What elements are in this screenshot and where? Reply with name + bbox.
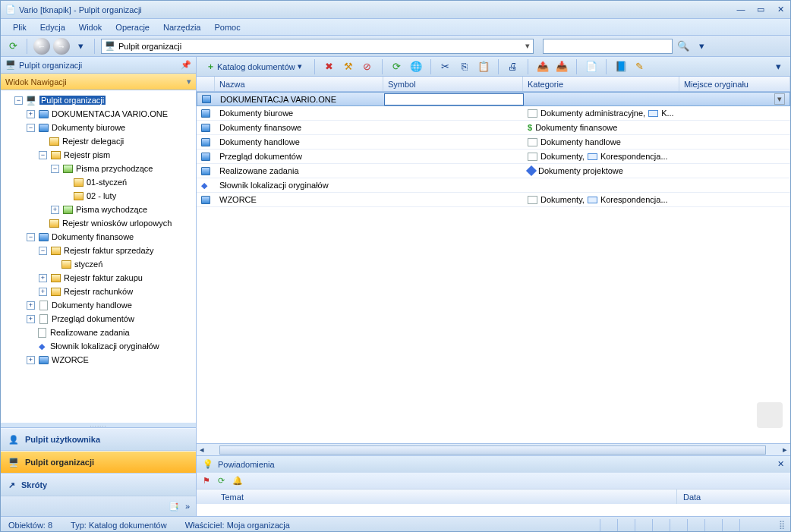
nav-shortcuts[interactable]: ↗Skróty	[1, 474, 196, 496]
nav-org-desktop[interactable]: 🖥️Pulpit organizacji	[1, 451, 196, 474]
resize-grip-icon[interactable]: ⣿	[779, 520, 783, 530]
tool-icon[interactable]: ⚒	[341, 59, 356, 74]
nav-view-header[interactable]: Widok Nawigacji ▾	[1, 74, 196, 90]
notifications-body[interactable]	[197, 504, 790, 516]
maximize-button[interactable]: ▭	[755, 5, 766, 14]
pin-icon[interactable]: 📌	[181, 60, 191, 70]
tree-item[interactable]: +DOKUMENTACJA VARIO.ONE	[1, 107, 196, 121]
toolbar-overflow-icon[interactable]: ▾	[694, 39, 709, 54]
menu-view[interactable]: Widok	[73, 21, 109, 33]
user-desktop-icon: 👤	[8, 435, 19, 445]
history-dropdown-icon[interactable]: ▾	[73, 39, 88, 54]
grid-row[interactable]: Dokumenty handlowe Dokumenty handlowe	[197, 135, 790, 150]
title-bar: 📄 Vario [tknapik] - Pulpit organizacji —…	[1, 1, 790, 19]
add-catalog-button[interactable]: ＋Katalog dokumentów▾	[201, 59, 307, 74]
menu-help[interactable]: Pomoc	[209, 21, 247, 33]
grid-row[interactable]: Dokumenty finansowe $Dokumenty finansowe	[197, 121, 790, 135]
horizontal-scrollbar[interactable]: ◂ ▸	[197, 443, 790, 455]
bulb-icon: 💡	[203, 459, 213, 469]
flag-icon[interactable]: ⚑	[203, 476, 210, 486]
grid-row[interactable]: WZORCE Dokumenty,Korespondencja...	[197, 193, 790, 207]
tree-item[interactable]: 01-styczeń	[1, 175, 196, 189]
dropdown-icon[interactable]: ▾	[525, 41, 530, 51]
properties-icon[interactable]: 📘	[613, 59, 629, 74]
import-icon[interactable]: 📥	[554, 59, 569, 74]
menu-edit[interactable]: Edycja	[34, 21, 71, 33]
menu-tools[interactable]: Narzędzia	[157, 21, 207, 33]
tree-item[interactable]: Rejestr delegacji	[1, 134, 196, 148]
scroll-left-icon[interactable]: ◂	[197, 445, 207, 455]
dropdown-icon[interactable]: ▾	[774, 93, 785, 105]
tree-item[interactable]: ◆Słownik lokalizacji oryginałów	[1, 339, 196, 353]
menu-ops[interactable]: Operacje	[109, 21, 156, 33]
globe-icon[interactable]: 🌐	[408, 59, 424, 74]
tree-item[interactable]: +WZORCE	[1, 353, 196, 367]
shortcuts-icon: ↗	[8, 480, 15, 490]
grid-row[interactable]: ◆ Słownik lokalizacji oryginałów	[197, 178, 790, 193]
tree-item[interactable]: styczeń	[1, 257, 196, 271]
cut-icon[interactable]: ✂	[438, 59, 453, 74]
delete-icon[interactable]: ✖	[322, 59, 337, 74]
tree-item[interactable]: −Dokumenty biurowe	[1, 121, 196, 134]
tree-item[interactable]: −Pisma przychodzące	[1, 162, 196, 175]
doc-icon[interactable]: 📄	[584, 59, 599, 74]
refresh-icon[interactable]: ⟳	[218, 476, 225, 486]
print-icon[interactable]: 🖨	[506, 59, 521, 74]
nav-user-desktop[interactable]: 👤Pulpit użytkownika	[1, 428, 196, 451]
grid-row[interactable]: Realizowane zadania Dokumenty projektowe	[197, 164, 790, 178]
tree-view[interactable]: −🖥️Pulpit organizacji +DOKUMENTACJA VARI…	[1, 90, 196, 423]
tree-item[interactable]: 02 - luty	[1, 189, 196, 203]
tree-item[interactable]: −Dokumenty finansowe	[1, 230, 196, 244]
tree-item[interactable]: +Pisma wychodzące	[1, 203, 196, 216]
notifications-columns: Temat Data	[197, 489, 790, 504]
tree-item[interactable]: −Rejestr pism	[1, 148, 196, 162]
watermark-icon	[757, 402, 783, 428]
status-owner: Właściciel: Moja organizacja	[185, 521, 290, 530]
menu-file[interactable]: Plik	[7, 21, 33, 33]
refresh-icon[interactable]: ⟳	[5, 39, 20, 54]
notif-col-date[interactable]: Data	[676, 490, 790, 504]
grid-row[interactable]: Przegląd dokumentów Dokumenty,Koresponde…	[197, 150, 790, 164]
grid-row[interactable]: DOKUMENTACJA VARIO.ONE ▾	[197, 92, 790, 106]
scrollbar-thumb[interactable]	[219, 445, 766, 455]
tree-item[interactable]: +Przegląd dokumentów	[1, 312, 196, 326]
notif-col-subject[interactable]: Temat	[215, 490, 676, 504]
tree-item[interactable]: +Rejestr rachunków	[1, 285, 196, 298]
col-icon[interactable]	[197, 77, 215, 91]
nav-forward-button[interactable]: →	[53, 38, 70, 55]
nav-back-button[interactable]: ←	[33, 38, 50, 55]
paste-icon[interactable]: 📋	[476, 59, 491, 74]
export-icon[interactable]: 📤	[535, 59, 550, 74]
cancel-icon[interactable]: ⊘	[360, 59, 375, 74]
nav-config-icon[interactable]: 📑	[169, 502, 179, 512]
search-icon[interactable]: 🔍	[676, 39, 691, 54]
col-category[interactable]: Kategorie	[523, 77, 679, 91]
close-icon[interactable]: ✕	[777, 459, 784, 469]
minimize-button[interactable]: —	[736, 5, 746, 14]
grid-row[interactable]: Dokumenty biurowe Dokumenty administracy…	[197, 106, 790, 121]
org-desktop-icon: 🖥️	[8, 458, 19, 467]
col-symbol[interactable]: Symbol	[383, 77, 523, 91]
close-button[interactable]: ✕	[775, 5, 786, 14]
nav-expand-icon[interactable]: »	[185, 502, 190, 511]
notif-col-icon[interactable]	[197, 490, 215, 504]
copy-icon[interactable]: ⎘	[457, 59, 472, 74]
menu-bar: Plik Edycja Widok Operacje Narzędzia Pom…	[1, 19, 790, 36]
chevron-down-icon[interactable]: ▾	[187, 77, 191, 87]
col-place[interactable]: Miejsce oryginału	[679, 77, 790, 91]
scroll-right-icon[interactable]: ▸	[780, 445, 790, 455]
tree-item[interactable]: Rejestr wniosków urlopowych	[1, 216, 196, 230]
search-input[interactable]	[543, 39, 673, 54]
tree-item[interactable]: +Dokumenty handlowe	[1, 298, 196, 312]
edit-icon[interactable]: ✎	[632, 59, 648, 74]
col-name[interactable]: Nazwa	[215, 77, 383, 91]
tree-root[interactable]: −🖥️Pulpit organizacji	[1, 93, 196, 107]
grid-body[interactable]: DOKUMENTACJA VARIO.ONE ▾ Dokumenty biuro…	[197, 92, 790, 443]
address-combo[interactable]: 🖥️ Pulpit organizacji ▾	[101, 39, 534, 54]
refresh-icon[interactable]: ⟳	[389, 59, 405, 74]
tree-item[interactable]: Realizowane zadania	[1, 326, 196, 339]
bell-icon[interactable]: 🔔	[232, 476, 243, 486]
tree-item[interactable]: −Rejestr faktur sprzedaży	[1, 244, 196, 257]
tree-item[interactable]: +Rejestr faktur zakupu	[1, 271, 196, 285]
overflow-icon[interactable]: ▾	[771, 59, 786, 74]
